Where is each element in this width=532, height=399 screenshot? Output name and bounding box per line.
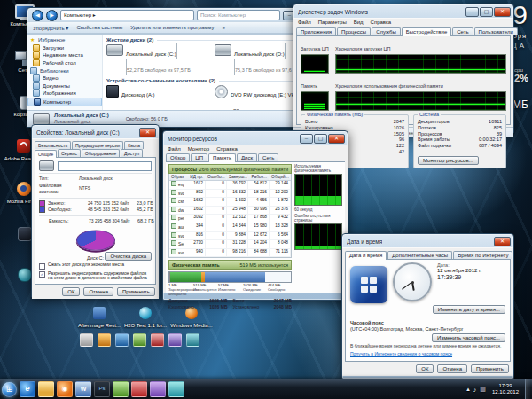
taskbar-app-icon[interactable] [113,381,129,397]
menu-help[interactable]: Справка [371,20,392,25]
small-shortcut-icon[interactable] [186,333,200,347]
organize-menu[interactable]: Упорядочить ▾ [33,25,68,31]
tab-performance[interactable]: Быстродействие [402,27,451,36]
small-shortcut-icon[interactable] [98,333,111,347]
tray-clock[interactable]: 17:39 12.10.2012 [489,383,521,395]
taskbar-word-icon[interactable] [75,381,91,397]
timezone-info-link[interactable]: Получить в Интернете сведения о часовом … [350,351,505,356]
tab-tools[interactable]: Сервис [58,149,81,157]
nav-desktop[interactable]: Рабочий стол [27,59,102,67]
menu-file[interactable]: Файл [168,146,181,152]
tab-memory[interactable]: Память [208,153,236,162]
cancel-button[interactable]: Отмена [437,364,467,373]
process-row[interactable]: SearchIndexer.exe 2720 0 31 228 14 204 8… [169,240,291,249]
nav-libraries[interactable]: Библиотеки [27,66,102,74]
maximize-button[interactable]: ▢ [480,7,493,17]
nav-documents[interactable]: Документы [27,82,102,90]
process-row[interactable]: explorer.exe 1612 0 36 792 54 812 29 144 [169,181,291,190]
nav-pictures[interactable]: Изображения [27,90,102,98]
small-shortcut-icon[interactable] [133,333,146,347]
tab-quota[interactable]: Квота [124,141,144,149]
system-properties-button[interactable]: Свойства системы [76,25,122,30]
tab-applications[interactable]: Приложения [296,27,336,35]
taskbar-ie-icon[interactable] [20,381,35,397]
tab-previous-versions[interactable]: Предыдущие версии [72,141,123,149]
minimize-button[interactable]: – [300,134,313,144]
close-button[interactable]: ✕ [139,128,156,137]
tray-expand-icon[interactable]: ▴ [466,386,470,393]
floppy-item[interactable]: Дисковод (A:) [106,84,209,110]
processes-section-header[interactable]: Процессы 26% используемой физической пам… [168,164,292,174]
minimize-button[interactable]: – [466,7,479,17]
menu-view[interactable]: Вид [354,20,364,25]
close-button[interactable]: ✕ [328,134,345,144]
tab-hardware[interactable]: Оборудование [82,149,120,157]
ok-button[interactable]: ОК [62,287,80,296]
process-table-header[interactable]: Образ ИД пр. Ошибо... Заверш... Рабоч...… [169,174,291,181]
disk-cleanup-button[interactable]: Очистка диска [105,252,152,261]
back-button[interactable]: ◀ [32,10,43,21]
process-row[interactable]: perfmon.exe 3092 0 12 512 17 868 9 432 [169,215,291,223]
small-shortcut-icon[interactable] [168,333,182,347]
process-row[interactable]: audiodg.exe 344 0 14 344 15 980 13 328 [169,223,291,232]
index-contents-checkbox[interactable]: ✓Разрешить индексировать содержимое файл… [39,271,152,281]
tab-general[interactable]: Общие [35,150,57,158]
tab-processes[interactable]: Процессы [337,27,371,35]
tab-sharing[interactable]: Доступ [121,149,143,157]
process-row[interactable]: csrss.exe 1682 0 1 602 4 656 1 872 [169,198,291,207]
compress-drive-checkbox[interactable]: Сжать этот диск для экономии места [39,262,152,270]
show-desktop-button[interactable] [525,379,530,399]
resource-monitor-titlebar[interactable]: Монитор ресурсов – ▢ ✕ [163,131,348,145]
tray-network-icon[interactable]: ▥ [480,386,486,393]
close-button[interactable]: ✕ [494,237,511,246]
volume-label-input[interactable] [58,161,152,171]
explorer-titlebar[interactable]: ◀ ▶ Компьютер ▸ Поиск: Компьютер – ▢ ✕ [27,8,331,21]
tab-cpu[interactable]: ЦП [191,153,207,161]
taskbar-app-icon[interactable] [131,381,147,397]
taskbar-app-icon[interactable] [168,381,184,397]
nav-downloads[interactable]: Загрузки [27,44,102,52]
change-timezone-button[interactable]: Изменить часовой пояс... [432,333,505,342]
tab-networking[interactable]: Сеть [452,27,473,35]
forward-button[interactable]: ▶ [46,10,58,21]
resource-monitor-button[interactable]: Монитор ресурсов... [418,156,479,165]
taskbar-app-icon[interactable] [150,381,166,397]
task-manager-titlebar[interactable]: Диспетчер задач Windows – ▢ ✕ [293,4,513,18]
tab-disk[interactable]: Диск [237,153,257,161]
close-button[interactable]: ✕ [494,7,511,17]
tab-security[interactable]: Безопасность [35,141,71,149]
physical-memory-section-header[interactable]: Физическая память 519 МБ используется [168,260,292,270]
uninstall-program-button[interactable]: Удалить или изменить программу [130,25,214,30]
search-input[interactable]: Поиск: Компьютер [197,10,280,20]
tab-services[interactable]: Службы [372,27,401,35]
cancel-button[interactable]: Отмена [83,287,113,296]
taskbar-explorer-icon[interactable] [38,381,54,397]
tab-additional-clocks[interactable]: Дополнительные часы [387,251,452,259]
change-date-time-button[interactable]: Изменить дату и время... [433,305,505,314]
desktop-shortcut-afterimage[interactable]: Afterimage Rest... [76,305,122,329]
taskbar-media-player-icon[interactable] [57,381,73,397]
tab-users[interactable]: Пользователи [474,27,518,35]
small-shortcut-icon[interactable] [151,333,164,347]
breadcrumb[interactable]: Компьютер ▸ [60,10,194,20]
tab-network[interactable]: Сеть [258,153,278,161]
maximize-button[interactable]: ▢ [314,134,327,144]
apply-button[interactable]: Применить [117,287,155,296]
tab-overview[interactable]: Обзор [166,153,190,161]
menu-monitor[interactable]: Монитор [188,146,209,152]
nav-computer[interactable]: Компьютер [27,98,102,107]
menu-help[interactable]: Справка [216,146,238,152]
process-row[interactable]: svchost.exe (LocalServiceNet...) 816 0 9… [169,232,291,241]
process-row[interactable]: svchost.exe (netsvcs) 940 0 98 216 84 68… [169,249,291,258]
apply-button[interactable]: Применить [471,364,509,373]
nav-favorites[interactable]: Избранное [27,36,102,44]
tab-internet-time[interactable]: Время по Интернету [453,251,512,259]
small-shortcut-icon[interactable] [80,333,93,347]
menu-options[interactable]: Параметры [318,20,347,25]
process-row[interactable]: dwm.exe 1602 0 25 948 30 996 26 376 [169,207,291,215]
date-time-titlebar[interactable]: Дата и время ✕ [342,234,513,247]
nav-recent[interactable]: Недавние места [27,51,102,59]
desktop-shortcut-h2o-test[interactable]: H2O Test 1.1 for... [122,305,168,329]
small-shortcut-icon[interactable] [115,333,129,347]
more-commands-chevron[interactable]: » [223,25,225,30]
